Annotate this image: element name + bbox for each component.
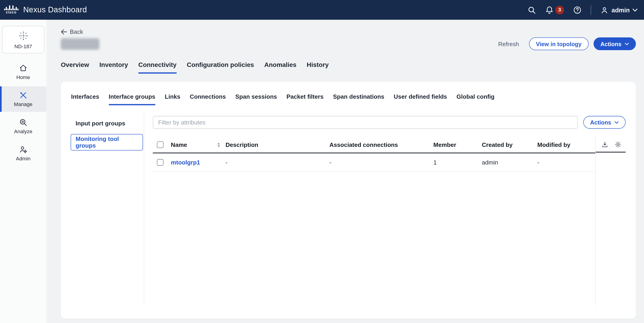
page-title-actions: Refresh View in topology Actions (498, 38, 636, 50)
main-content: Back Refresh View in topology Actions Ov… (46, 20, 644, 323)
bell-icon[interactable] (545, 6, 554, 14)
group-item-input-port-groups[interactable]: Input port groups (71, 115, 143, 132)
tab-configuration-policies[interactable]: Configuration policies (187, 61, 254, 74)
cluster-icon (18, 30, 28, 41)
download-icon[interactable] (601, 141, 608, 148)
user-menu[interactable]: admin (600, 6, 638, 14)
group-nav: Input port groups Monitoring tool groups (61, 111, 144, 305)
back-link[interactable]: Back (61, 28, 83, 35)
sidebar: ND-187 Home Manage (0, 20, 46, 323)
subtab-packet-filters[interactable]: Packet filters (286, 93, 324, 105)
cisco-logo: cisco (4, 5, 18, 15)
filter-input[interactable] (153, 116, 578, 129)
filter-row: Actions (153, 116, 626, 129)
view-in-topology-button[interactable]: View in topology (529, 38, 588, 50)
sidebar-item-admin[interactable]: Admin (0, 141, 46, 166)
gear-icon[interactable] (614, 141, 622, 148)
row-modified-by: - (537, 159, 595, 166)
user-name: admin (612, 7, 630, 14)
chevron-down-icon (632, 9, 638, 12)
sort-icon[interactable] (217, 142, 220, 147)
sidebar-item-label: Manage (14, 102, 32, 107)
table-actions-label: Actions (590, 119, 611, 126)
column-header-associated-connections[interactable]: Associated connections (330, 141, 433, 148)
app-title: Nexus Dashboard (23, 5, 87, 15)
header-divider (590, 5, 591, 15)
subtab-user-defined-fields[interactable]: User defined fields (394, 93, 447, 105)
group-item-label: Input port groups (76, 120, 125, 127)
cisco-logo-word: cisco (6, 11, 17, 15)
chevron-down-icon (614, 121, 619, 124)
tools-icon (19, 91, 28, 100)
view-in-topology-label: View in topology (536, 41, 582, 47)
subtab-interface-groups[interactable]: Interface groups (109, 93, 155, 105)
notifications: 3 (545, 6, 564, 14)
column-header-modified-by[interactable]: Modified by (537, 141, 595, 148)
table-tools (596, 137, 626, 152)
help-icon[interactable] (573, 6, 582, 14)
row-checkbox[interactable] (157, 159, 164, 166)
table-row: mtoolgrp1 - - 1 admin - (153, 153, 596, 172)
sidebar-item-label: Admin (16, 156, 30, 162)
user-icon (600, 6, 609, 14)
table-area: Actions Name (144, 111, 636, 305)
sidebar-item-label: Analyze (14, 129, 32, 134)
subtab-span-sessions[interactable]: Span sessions (235, 93, 277, 105)
page-title-redacted (61, 38, 99, 50)
group-item-label: Monitoring tool groups (76, 136, 138, 149)
chevron-down-icon (625, 43, 629, 45)
sidebar-item-analyze[interactable]: Analyze (0, 114, 46, 139)
column-header-created-by[interactable]: Created by (482, 141, 537, 148)
cisco-logo-bars (4, 5, 18, 10)
subtab-connections[interactable]: Connections (190, 93, 226, 105)
page-actions-button[interactable]: Actions (593, 38, 636, 50)
page-title-row: Refresh View in topology Actions (61, 38, 636, 50)
home-icon (19, 64, 28, 72)
analyze-icon (19, 118, 28, 127)
page-tabs: Overview Inventory Connectivity Configur… (61, 61, 636, 74)
row-associated-connections: - (330, 159, 433, 166)
tab-connectivity[interactable]: Connectivity (138, 61, 176, 74)
back-arrow-icon (61, 29, 67, 34)
group-item-monitoring-tool-groups[interactable]: Monitoring tool groups (71, 134, 143, 151)
tab-overview[interactable]: Overview (61, 61, 89, 74)
table: Name Description Associated connections … (153, 137, 626, 305)
row-name-link[interactable]: mtoolgrp1 (171, 159, 200, 166)
cluster-selector[interactable]: ND-187 (2, 26, 44, 54)
notification-count-badge[interactable]: 3 (555, 6, 564, 14)
row-created-by: admin (482, 159, 537, 166)
tab-inventory[interactable]: Inventory (99, 61, 128, 74)
row-description: - (226, 159, 329, 166)
back-label: Back (70, 28, 83, 35)
subtab-interfaces[interactable]: Interfaces (71, 93, 99, 105)
sidebar-item-label: Home (16, 75, 30, 80)
page-actions-label: Actions (600, 41, 622, 47)
row-member: 1 (433, 159, 482, 166)
refresh-link[interactable]: Refresh (498, 41, 519, 47)
card-body: Input port groups Monitoring tool groups… (61, 111, 636, 305)
column-header-name[interactable]: Name (171, 141, 187, 148)
tab-anomalies[interactable]: Anomalies (264, 61, 296, 74)
column-header-description[interactable]: Description (226, 141, 329, 148)
subtab-span-destinations[interactable]: Span destinations (333, 93, 384, 105)
screen: cisco Nexus Dashboard 3 (0, 0, 644, 323)
admin-icon (19, 145, 28, 154)
header-actions: 3 admin (528, 5, 638, 15)
cluster-name: ND-187 (14, 44, 32, 49)
tab-history[interactable]: History (307, 61, 328, 74)
top-header: cisco Nexus Dashboard 3 (0, 0, 644, 20)
table-header-row: Name Description Associated connections … (153, 137, 596, 153)
connectivity-subtabs: Interfaces Interface groups Links Connec… (61, 82, 636, 105)
connectivity-card: Interfaces Interface groups Links Connec… (61, 82, 636, 319)
subtab-global-config[interactable]: Global config (456, 93, 494, 105)
sidebar-item-manage[interactable]: Manage (0, 86, 46, 112)
table-actions-button[interactable]: Actions (583, 116, 626, 129)
sidebar-item-home[interactable]: Home (0, 59, 46, 85)
subtab-links[interactable]: Links (165, 93, 180, 105)
select-all-checkbox[interactable] (157, 141, 164, 148)
search-icon[interactable] (528, 6, 536, 14)
column-header-member[interactable]: Member (433, 141, 482, 148)
